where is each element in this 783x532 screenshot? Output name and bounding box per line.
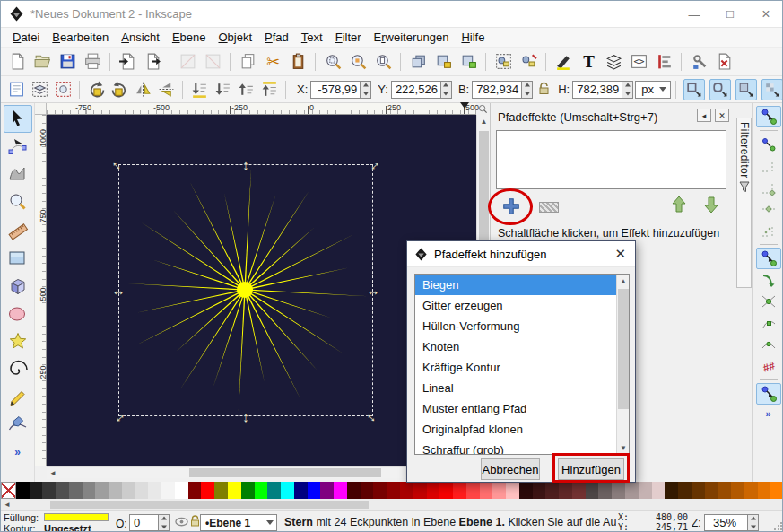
pen-tool[interactable] bbox=[4, 411, 32, 439]
select-all-button[interactable] bbox=[5, 79, 27, 100]
palette-swatch[interactable] bbox=[506, 482, 519, 499]
duplicate-button[interactable] bbox=[406, 50, 430, 74]
create-clone-button[interactable] bbox=[431, 50, 455, 74]
effect-item-4[interactable]: Knoten bbox=[415, 336, 618, 357]
import-button[interactable] bbox=[116, 50, 139, 74]
palette-swatch[interactable] bbox=[188, 482, 202, 499]
print-button[interactable] bbox=[81, 50, 104, 74]
palette-swatch[interactable] bbox=[639, 482, 652, 499]
palette-swatch[interactable] bbox=[427, 482, 440, 499]
scale-handle-s[interactable]: ↕ bbox=[242, 410, 249, 423]
tab-filter-editor[interactable]: Filtereditor bbox=[736, 118, 752, 288]
palette-swatch[interactable] bbox=[519, 482, 533, 499]
snap-smooth-button[interactable] bbox=[756, 334, 781, 355]
palette-swatch[interactable] bbox=[42, 482, 56, 499]
rotate-cw-button[interactable] bbox=[109, 79, 130, 100]
palette-swatch[interactable] bbox=[652, 482, 666, 499]
palette-swatch[interactable] bbox=[400, 482, 413, 499]
palette-swatch[interactable] bbox=[612, 482, 625, 499]
effect-item-7[interactable]: Muster entlang Pfad bbox=[415, 398, 618, 419]
menu-ebene[interactable]: Ebene bbox=[166, 29, 213, 46]
palette-swatch[interactable] bbox=[705, 482, 718, 499]
palette-swatch[interactable] bbox=[361, 482, 374, 499]
dialog-titlebar[interactable]: Pfadeffekt hinzufügen ✕ bbox=[407, 241, 635, 267]
copy-button[interactable] bbox=[236, 50, 259, 74]
cut-button[interactable]: ✂ bbox=[261, 50, 284, 74]
palette-swatch[interactable] bbox=[572, 482, 586, 499]
effect-item-6[interactable]: Lineal bbox=[415, 378, 618, 398]
palette-swatch[interactable] bbox=[678, 482, 692, 499]
palette-swatch[interactable] bbox=[492, 482, 506, 499]
palette-swatch[interactable] bbox=[135, 482, 149, 499]
unlink-clone-button[interactable] bbox=[457, 50, 480, 74]
menu-ansicht[interactable]: Ansicht bbox=[115, 29, 166, 46]
x-field[interactable]: -578,99 bbox=[310, 81, 371, 99]
effect-item-3[interactable]: Hüllen-Verformung bbox=[415, 316, 618, 336]
dialog-close-button[interactable]: ✕ bbox=[614, 247, 626, 260]
palette-swatch[interactable] bbox=[439, 482, 453, 499]
palette-swatch[interactable] bbox=[347, 482, 361, 499]
ellipse-tool[interactable] bbox=[4, 300, 32, 327]
remove-effect-button[interactable] bbox=[539, 202, 559, 213]
palette-swatch[interactable] bbox=[692, 482, 705, 499]
toolbox-overflow-button[interactable]: » bbox=[1, 446, 34, 458]
palette-swatch[interactable] bbox=[255, 482, 268, 499]
layer-lock-icon[interactable] bbox=[190, 515, 200, 529]
resize-grip[interactable] bbox=[773, 522, 782, 531]
scale-handle-e[interactable]: ↔ bbox=[367, 283, 380, 297]
palette-swatch[interactable] bbox=[320, 482, 334, 499]
palette-swatch[interactable] bbox=[148, 482, 161, 499]
menu-filter[interactable]: Filter bbox=[329, 29, 368, 46]
fill-color-swatch[interactable] bbox=[44, 513, 109, 521]
effect-item-8[interactable]: Originalpfad klonen bbox=[415, 419, 618, 440]
menu-pfad[interactable]: Pfad bbox=[258, 29, 295, 46]
minimize-button[interactable]: — bbox=[676, 1, 712, 28]
menu-bearbeiten[interactable]: Bearbeiten bbox=[46, 29, 115, 46]
document-properties-button[interactable] bbox=[712, 50, 735, 74]
paste-button[interactable] bbox=[286, 50, 309, 74]
unit-select[interactable]: px bbox=[635, 81, 671, 99]
palette-swatch[interactable] bbox=[586, 482, 599, 499]
palette-swatch[interactable] bbox=[228, 482, 241, 499]
palette-swatch[interactable] bbox=[387, 482, 400, 499]
xml-editor-button[interactable]: <> bbox=[627, 50, 650, 74]
menu-erweiterungen[interactable]: Erweiterungen bbox=[368, 29, 456, 46]
palette-swatch[interactable] bbox=[480, 482, 493, 499]
maximize-button[interactable]: ☐ bbox=[712, 1, 748, 28]
palette-swatch[interactable] bbox=[559, 482, 572, 499]
effect-item-1[interactable]: Biegen bbox=[415, 275, 618, 295]
node-editor-tool[interactable] bbox=[4, 133, 32, 161]
scale-stroke-toggle[interactable] bbox=[683, 79, 705, 100]
lock-ratio-icon[interactable] bbox=[538, 82, 550, 98]
raise-button[interactable] bbox=[235, 79, 257, 100]
open-document-button[interactable] bbox=[30, 50, 54, 74]
stroke-value[interactable]: Ungesetzt bbox=[44, 523, 91, 532]
redo-button[interactable] bbox=[201, 50, 224, 74]
flip-horizontal-button[interactable] bbox=[132, 79, 153, 100]
palette-swatch[interactable] bbox=[758, 482, 771, 499]
scale-handle-n[interactable]: ↕ bbox=[242, 158, 249, 171]
effect-item-2[interactable]: Gitter erzeugen bbox=[415, 295, 618, 316]
palette-swatch[interactable] bbox=[665, 482, 678, 499]
panel-close-button[interactable]: ✕ bbox=[715, 109, 729, 122]
palette-swatch[interactable] bbox=[308, 482, 321, 499]
menu-objekt[interactable]: Objekt bbox=[212, 29, 258, 46]
move-effect-up-button[interactable] bbox=[670, 195, 690, 216]
zoom-drawing-button[interactable] bbox=[346, 50, 370, 74]
palette-swatch[interactable] bbox=[625, 482, 639, 499]
width-field[interactable]: 782,934 bbox=[472, 81, 533, 99]
palette-none-swatch[interactable] bbox=[1, 482, 16, 499]
pencil-tool[interactable] bbox=[4, 383, 32, 411]
ungroup-objects-button[interactable] bbox=[517, 50, 540, 74]
zoom-page-button[interactable] bbox=[371, 50, 395, 74]
selector-tool[interactable] bbox=[4, 105, 32, 133]
palette-swatch[interactable] bbox=[109, 482, 122, 499]
scale-gradients-toggle[interactable] bbox=[735, 79, 757, 100]
zoom-tool[interactable] bbox=[4, 188, 32, 216]
palette-swatch[interactable] bbox=[175, 482, 188, 499]
palette-swatch[interactable] bbox=[161, 482, 175, 499]
effect-list[interactable] bbox=[496, 130, 726, 189]
palette-swatch[interactable] bbox=[413, 482, 427, 499]
new-document-button[interactable] bbox=[5, 50, 29, 74]
rotate-ccw-button[interactable] bbox=[85, 79, 107, 100]
